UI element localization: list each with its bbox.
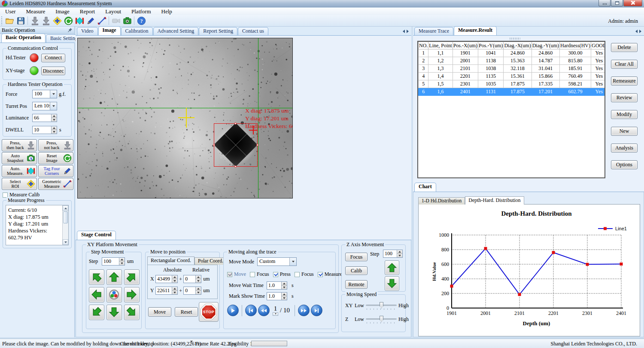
reset-button[interactable]: Reset <box>175 307 198 317</box>
toolbar-tag-corners-button[interactable] <box>85 15 96 26</box>
geometric-measure-button[interactable]: GeometricMeasure <box>38 178 73 190</box>
previous-point-button[interactable] <box>258 305 270 316</box>
roi-handle-bottom[interactable] <box>234 165 237 168</box>
toolbar-video-camera-button[interactable] <box>110 15 122 26</box>
z-step-up-icon[interactable] <box>397 250 402 253</box>
auto-measure-button[interactable]: Auto.Measure. <box>2 165 37 177</box>
reset-image-button[interactable]: ResetImage <box>38 152 73 164</box>
press-not-back-button[interactable]: Press,not back <box>38 139 73 151</box>
column-line-point[interactable]: Line, Point <box>428 42 453 49</box>
tab-scroll-right-icon[interactable] <box>407 30 409 33</box>
force-select[interactable]: 100 <box>32 90 57 98</box>
options-button[interactable]: Options <box>611 160 638 169</box>
z-up-button[interactable] <box>385 260 399 275</box>
trace-focus-checkbox-1[interactable]: Focus <box>250 271 269 278</box>
y-abs-up-icon[interactable] <box>172 287 177 290</box>
next-point-button[interactable] <box>298 305 310 316</box>
maximize-button[interactable] <box>611 0 623 6</box>
mark-down-icon[interactable] <box>282 296 287 300</box>
luminance-spinner[interactable]: 66 <box>32 114 57 122</box>
roi-handle-left[interactable] <box>213 144 215 146</box>
menu-user[interactable]: User <box>0 8 21 15</box>
tab-scroll-left-icon[interactable] <box>635 30 638 33</box>
review-button[interactable]: Review <box>611 93 638 102</box>
table-row-2[interactable]: 21,22001113815.36314.787815.80Yes <box>419 57 606 65</box>
move-nw-button[interactable] <box>89 269 104 285</box>
column-pos-x-um[interactable]: Pos.-X(um) <box>453 42 478 49</box>
toolbar-press-not-back-button[interactable] <box>40 15 52 26</box>
auto-snapshot-button[interactable]: AutoSnapshotA <box>2 152 37 164</box>
tab-calibration[interactable]: Calibration <box>121 27 153 35</box>
trace-move-checkbox-0[interactable]: Move <box>227 271 246 278</box>
turret-select[interactable]: Len 10x <box>32 102 57 110</box>
connect-button[interactable]: Connect <box>41 54 65 62</box>
tab-chart[interactable]: Chart <box>414 183 436 192</box>
z-step-down-icon[interactable] <box>397 253 402 257</box>
close-button[interactable] <box>623 0 642 6</box>
dwell-down-icon[interactable] <box>52 130 57 134</box>
x-rel-up-icon[interactable] <box>196 275 201 279</box>
tab-1-d-hd-distribution[interactable]: 1-D Hd.Distribution <box>418 197 465 205</box>
tab-polar-coord[interactable]: Polar Coord. <box>194 257 227 265</box>
z-speed-slider[interactable] <box>366 315 397 323</box>
step-down-icon[interactable] <box>119 261 125 265</box>
toolbar-select-roi-button[interactable] <box>52 15 63 26</box>
indent-position-dropdown-icon[interactable] <box>190 342 193 348</box>
xy-center-button[interactable] <box>106 287 122 302</box>
move-w-button[interactable] <box>89 287 104 302</box>
tag-four-corners-button[interactable]: Tag FourCorners <box>38 165 73 177</box>
move-s-button[interactable] <box>106 305 122 320</box>
move-button[interactable]: Move <box>148 307 171 317</box>
menu-layout[interactable]: Layout <box>100 8 126 15</box>
tab-report-setting[interactable]: Report Setting <box>199 27 237 35</box>
z-speed-thumb[interactable] <box>380 316 383 322</box>
select-roi-button[interactable]: SelectROI <box>2 178 37 190</box>
move-ne-button[interactable] <box>124 269 140 285</box>
tab-image[interactable]: Image <box>98 26 121 35</box>
roi-handle-right[interactable] <box>256 144 258 146</box>
move-wait-spinner[interactable]: 1.0 <box>267 281 287 290</box>
table-row-1[interactable]: 11,11901104124.86024.860300.00Yes <box>419 49 606 57</box>
calib-button[interactable]: Calib <box>345 266 368 275</box>
luminance-down-icon[interactable] <box>52 118 57 122</box>
toolbar-press-then-back-button[interactable] <box>29 15 40 26</box>
move-e-button[interactable] <box>124 287 140 302</box>
y-relative-spinner[interactable]: 0 <box>183 287 201 295</box>
new-button[interactable]: New <box>611 127 638 136</box>
minimize-button[interactable] <box>598 0 611 6</box>
column-good[interactable]: GOOD <box>591 42 605 49</box>
toolbar-auto-measure-button[interactable] <box>74 15 85 26</box>
step-up-icon[interactable] <box>119 258 125 261</box>
results-table[interactable]: NO.Line, PointPos.-X(um)Pos.-Y(um)Diag.-… <box>418 42 605 96</box>
play-button[interactable] <box>227 305 239 316</box>
move-mode-select[interactable]: Custom <box>257 257 297 266</box>
trace-measure-checkbox-4[interactable]: Measure <box>318 271 342 278</box>
remeasure-button[interactable]: Remeasure <box>611 76 638 85</box>
column-diag-y-um[interactable]: Diag.-Y(um) <box>532 42 559 49</box>
x-rel-down-icon[interactable] <box>196 279 201 283</box>
table-collapse-grip[interactable] <box>509 37 520 40</box>
menu-image[interactable]: Image <box>50 8 74 15</box>
toolbar-reset-image-button[interactable] <box>63 15 74 26</box>
move-mode-dropdown-icon[interactable] <box>289 258 296 266</box>
pin-icon[interactable] <box>67 27 73 33</box>
tab-depth-hard-distribution[interactable]: Depth-Hard. Distribution <box>465 196 524 205</box>
wait-down-icon[interactable] <box>282 285 287 289</box>
tab-rectangular-coord[interactable]: Rectangular Coord. <box>147 256 194 265</box>
wait-up-icon[interactable] <box>282 282 287 285</box>
toolbar-open-file-button[interactable] <box>4 15 15 26</box>
tab-scroll-right-icon[interactable] <box>639 30 641 33</box>
menu-report[interactable]: Report <box>75 8 100 15</box>
force-dropdown-icon[interactable] <box>50 90 57 98</box>
xy-speed-thumb[interactable] <box>380 302 383 308</box>
tab-measure-trace[interactable]: Measure Trace <box>414 27 453 35</box>
table-row-4[interactable]: 41,42201113515.36115.866760.49Yes <box>419 73 606 80</box>
y-abs-down-icon[interactable] <box>172 290 177 294</box>
toolbar-save-button[interactable] <box>15 15 26 26</box>
y-rel-up-icon[interactable] <box>196 287 201 290</box>
z-step-spinner[interactable]: 100 <box>383 250 403 258</box>
column-hardness-hv[interactable]: Hardness(HV) <box>560 42 591 49</box>
table-row-6[interactable]: 61,62401113117.87517.201602.79Yes <box>419 88 606 96</box>
progress-scrollbar[interactable] <box>62 205 68 245</box>
table-row-3[interactable]: 31,32101103832.11831.041185.91Yes <box>419 65 606 73</box>
